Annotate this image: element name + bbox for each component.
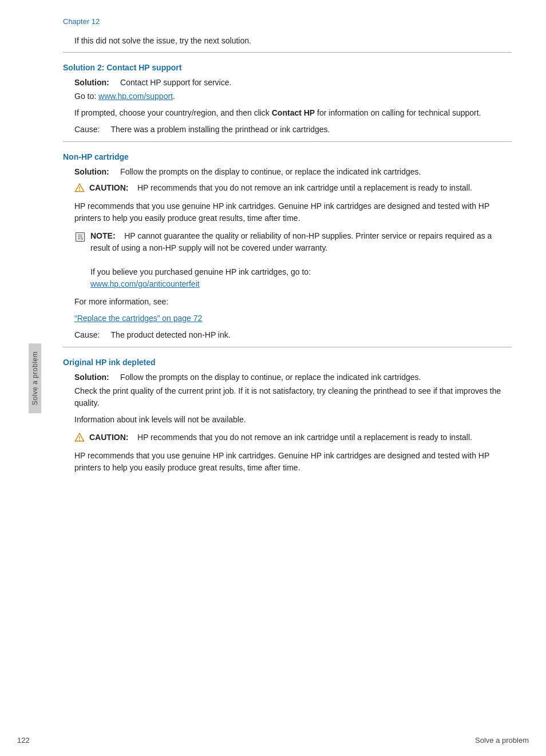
non-hp-heading: Non-HP cartridge: [63, 152, 512, 161]
non-hp-note-label: NOTE:: [90, 231, 116, 240]
chapter-label: Chapter 12: [63, 17, 512, 26]
svg-point-9: [80, 440, 80, 440]
non-hp-note-followup: If you believe you purchased genuine HP …: [90, 267, 311, 276]
solution2-contact-hp: Contact HP: [272, 108, 315, 117]
non-hp-body1: HP recommends that you use genuine HP in…: [74, 200, 512, 224]
page-number: 122: [17, 736, 30, 745]
original-hp-solution-label: Solution:: [74, 373, 109, 382]
solution2-instruction-suffix: for information on calling for technical…: [315, 108, 481, 117]
solution2-instruction: If prompted, choose your country/region,…: [74, 107, 512, 119]
original-hp-body2: Information about ink levels will not be…: [74, 414, 512, 426]
original-hp-caution-body: HP recommends that you do not remove an …: [137, 433, 472, 442]
non-hp-solution-line: Solution: Follow the prompts on the disp…: [74, 167, 512, 176]
original-hp-body1: Check the print quality of the current p…: [74, 385, 512, 409]
solution2-goto: Go to: www.hp.com/support.: [74, 90, 512, 102]
solution2-cause-text: There was a problem installing the print…: [111, 125, 330, 134]
original-hp-caution-label: CAUTION:: [89, 433, 128, 442]
note-icon: [74, 231, 86, 244]
divider-1: [63, 52, 512, 53]
caution-icon: [74, 183, 85, 195]
original-hp-body3: HP recommends that you use genuine HP in…: [74, 450, 512, 474]
non-hp-more-info: For more information, see:: [74, 296, 512, 308]
original-hp-solution-line: Solution: Follow the prompts on the disp…: [74, 373, 512, 382]
intro-text: If this did not solve the issue, try the…: [74, 36, 512, 45]
original-hp-heading: Original HP ink depleted: [63, 358, 512, 367]
original-hp-solution-text: Follow the prompts on the display to con…: [120, 373, 421, 382]
non-hp-solution-label: Solution:: [74, 167, 109, 176]
non-hp-note-body: HP cannot guarantee the quality or relia…: [90, 231, 492, 252]
non-hp-section: Non-HP cartridge Solution: Follow the pr…: [63, 152, 512, 341]
page-footer: 122 Solve a problem: [17, 736, 529, 745]
non-hp-replace-link[interactable]: “Replace the cartridges” on page 72: [74, 314, 202, 323]
non-hp-caution-box: CAUTION: HP recommends that you do not r…: [74, 182, 500, 195]
solution2-solution-text: Contact HP support for service.: [120, 78, 231, 87]
side-tab: Solve a problem: [29, 343, 41, 413]
solution2-instruction-text: If prompted, choose your country/region,…: [74, 108, 272, 117]
solution2-cause: Cause: There was a problem installing th…: [74, 124, 512, 136]
non-hp-caution-label: CAUTION:: [89, 183, 128, 192]
non-hp-cause: Cause: The product detected non-HP ink.: [74, 329, 512, 341]
non-hp-caution-body: HP recommends that you do not remove an …: [137, 183, 472, 192]
solution2-cause-label: Cause:: [74, 125, 100, 134]
non-hp-cause-text: The product detected non-HP ink.: [111, 330, 231, 339]
solution2-section: Solution 2: Contact HP support Solution:…: [63, 63, 512, 136]
original-hp-section: Original HP ink depleted Solution: Follo…: [63, 358, 512, 474]
solution2-heading: Solution 2: Contact HP support: [63, 63, 512, 72]
non-hp-solution-text: Follow the prompts on the display to con…: [120, 167, 421, 176]
original-hp-caution-box: CAUTION: HP recommends that you do not r…: [74, 432, 500, 444]
solution2-goto-link[interactable]: www.hp.com/support: [98, 92, 173, 101]
non-hp-note-link[interactable]: www.hp.com/go/anticounterfeit: [90, 279, 200, 288]
non-hp-note-text: NOTE: HP cannot guarantee the quality or…: [90, 230, 500, 290]
solution2-solution-label: Solution:: [74, 78, 109, 87]
svg-point-2: [80, 190, 80, 191]
non-hp-see-link: “Replace the cartridges” on page 72: [74, 312, 512, 324]
footer-label: Solve a problem: [475, 736, 529, 745]
divider-3: [63, 347, 512, 347]
original-hp-caution-text: CAUTION: HP recommends that you do not r…: [89, 432, 472, 444]
non-hp-caution-text: CAUTION: HP recommends that you do not r…: [89, 182, 472, 194]
solution2-goto-prefix: Go to:: [74, 92, 98, 101]
caution-icon-2: [74, 432, 85, 444]
non-hp-cause-label: Cause:: [74, 330, 100, 339]
non-hp-note-box: NOTE: HP cannot guarantee the quality or…: [74, 230, 500, 290]
solution2-solution-line: Solution: Contact HP support for service…: [74, 78, 512, 87]
divider-2: [63, 141, 512, 142]
